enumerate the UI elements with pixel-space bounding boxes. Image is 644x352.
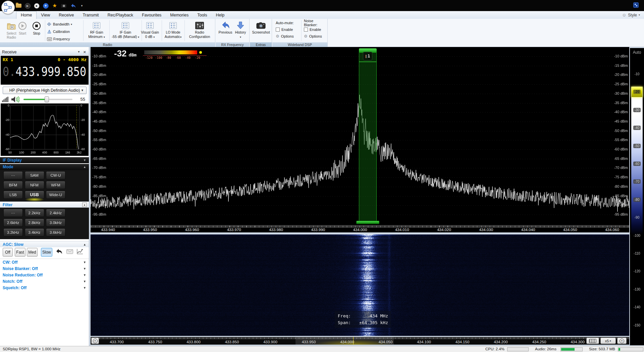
agc-button-slow[interactable]: Slow (41, 248, 52, 257)
filter-button-[interactable]: ··· (3, 209, 23, 217)
spectrum-frequency-label: 433.970 (224, 228, 244, 232)
bandwidth-button[interactable]: Bandwidth▾ (47, 21, 83, 28)
screenshot-button[interactable]: Screenshot (251, 19, 271, 35)
filter-button-2-6khz[interactable]: 2.6kHz (3, 219, 23, 227)
rx-marker-badge[interactable]: 1 (363, 52, 372, 60)
mode-button-wide-u[interactable]: Wide-U (46, 191, 65, 199)
frequency-display[interactable]: RX 1 0 - 4000 Hz 0.433.999.850 (1, 56, 89, 85)
mode-button-bfm[interactable]: BFM (3, 181, 23, 189)
frequency-entry-button[interactable] (586, 338, 599, 344)
mode-button-lsb[interactable]: LSB (3, 191, 23, 199)
tab-receive[interactable]: Receive (54, 11, 78, 19)
section-if-display[interactable]: IF Display▼ (0, 157, 89, 163)
section-noise-blanker-off[interactable]: Noise Blanker: Off▼ (0, 266, 89, 272)
filter-button-3-4khz[interactable]: 3.4kHz (25, 228, 44, 236)
filter-button-2-4khz[interactable]: 2.4kHz (46, 209, 65, 217)
audio-db-label: 0 (2, 104, 9, 107)
calibration-button[interactable]: Calibration (47, 28, 83, 35)
favourite-star-icon[interactable]: ★ (52, 3, 58, 9)
mode-button-wfm[interactable]: WFM (46, 181, 65, 189)
visual-gain-dropdown[interactable]: Visual Gain 0 dB ▾ (139, 19, 161, 39)
volume-slider[interactable] (23, 99, 72, 100)
section-filter[interactable]: Filter▲ (0, 202, 89, 208)
radio-configuration-button[interactable]: Radio Configuration (185, 19, 214, 39)
noise-blanker-enable-checkbox[interactable]: Enable (304, 26, 327, 33)
noise-blanker-options-button[interactable]: ⚙Options (304, 33, 327, 40)
tab-favourites[interactable]: Favourites (138, 11, 166, 19)
chevron-up-icon[interactable]: ▲ (82, 203, 87, 207)
tab-tools[interactable]: Tools (193, 11, 211, 19)
rx-tuning-handle[interactable] (356, 221, 379, 224)
waterfall-display[interactable]: Freq:434 MHz Span:±64.305 kHz (91, 234, 629, 336)
filter-button-2-2khz[interactable]: 2.2kHz (25, 209, 44, 217)
play-icon[interactable]: ▶ (24, 3, 31, 9)
tuned-frequency[interactable]: 0.433.999.850 (3, 64, 86, 79)
rf-gain-dropdown[interactable]: RF Gain Minimum ▾ (85, 19, 109, 39)
stop-button[interactable]: Stop (30, 19, 43, 42)
filter-button-3-6khz[interactable]: 3.6kHz (46, 228, 65, 236)
section-agc[interactable]: AGC: Slow▲ (0, 241, 89, 247)
mode-button-[interactable]: ··· (3, 171, 23, 179)
mode-button-nfm[interactable]: NFM (25, 181, 44, 189)
previous-button[interactable]: Previous (218, 19, 233, 35)
zoom-button[interactable]: x5▸ (600, 338, 616, 344)
section-mode[interactable]: Mode▲ (0, 164, 89, 170)
mode-button-sam[interactable]: SAM (25, 171, 44, 179)
scroll-right-button[interactable]: » (617, 338, 627, 344)
tab-memories[interactable]: Memories (166, 11, 193, 19)
lo-mode-dropdown[interactable]: LO Mode Automatic▾ (162, 19, 184, 39)
agc-envelope-icon[interactable] (66, 248, 74, 255)
audio-device-select[interactable]: HP (Périphérique High Definition Audio)▼ (3, 87, 87, 94)
if-gain-dropdown[interactable]: IF Gain -55 dB (Manual) ▾ (110, 19, 141, 39)
open-folder-icon[interactable] (15, 3, 21, 9)
volume-slider-handle[interactable] (45, 96, 49, 102)
frequency-button[interactable]: Frequency (47, 36, 83, 42)
screenshot-camera-icon[interactable] (61, 3, 67, 9)
auto-mute-options-button[interactable]: ⚙Options (276, 33, 301, 40)
spectrum-frequency-label: 433.940 (98, 228, 118, 232)
agc-graph-icon[interactable] (76, 248, 84, 255)
tab-home[interactable]: Home (16, 11, 37, 19)
section-notch-off[interactable]: Notch: Off▼ (0, 278, 89, 285)
panel-close-icon[interactable]: ✕ (83, 49, 86, 55)
start-button[interactable]: Start (16, 19, 29, 42)
audio-spectrum-graph[interactable]: 00-20-20-40-40-60-60501002004008001k63k2 (1, 103, 89, 156)
undo-icon[interactable] (70, 3, 76, 9)
checkbox-icon[interactable] (276, 28, 280, 32)
tab-transmit[interactable]: Transmit (78, 11, 103, 19)
filter-button-2-8khz[interactable]: 2.8kHz (25, 219, 44, 227)
filter-button-3-2khz[interactable]: 3.2kHz (3, 228, 23, 236)
agc-undo-icon[interactable] (55, 248, 63, 255)
tab-rec-playback[interactable]: Rec/Playback (103, 11, 138, 19)
history-dropdown[interactable]: History ▾ (233, 19, 248, 39)
section-squelch-off[interactable]: Squelch: Off▼ (0, 285, 89, 291)
tab-view[interactable]: View (37, 11, 54, 19)
checkbox-icon[interactable] (304, 28, 308, 32)
agc-button-med[interactable]: Med (27, 248, 38, 257)
agc-button-off[interactable]: Off (3, 248, 13, 257)
add-icon[interactable]: + (43, 3, 49, 9)
waterfall-palette-slider[interactable]: Auto -10-20-30-40-50-60-70-80-90-100-110… (630, 48, 644, 345)
agc-button-fast[interactable]: Fast (15, 248, 25, 257)
spectrum-display[interactable]: -32dBm -120-100-80-60-40-20 -10 dBm-15 d… (91, 47, 629, 232)
palette-gradient[interactable] (631, 97, 643, 235)
section-cw-off[interactable]: CW: Off▼ (0, 259, 89, 266)
scroll-left-button[interactable]: « (91, 338, 99, 344)
style-selector[interactable]: ☺ Style ▾ (622, 11, 644, 19)
stop-icon[interactable]: ■ (34, 3, 40, 9)
app-menu-button[interactable] (1, 1, 15, 14)
section-noise-reduction-off[interactable]: Noise Reduction: Off▼ (0, 272, 89, 278)
toolbar-overflow-icon[interactable]: ▾ (79, 3, 85, 9)
auto-mute-enable-checkbox[interactable]: Enable (276, 26, 301, 33)
level-colorbar[interactable] (144, 50, 197, 54)
rx-passband-region[interactable] (359, 53, 377, 221)
tab-help[interactable]: Help (211, 11, 229, 19)
palette-auto-label[interactable]: Auto (630, 50, 644, 55)
speaker-icon[interactable] (11, 96, 19, 103)
mode-button-cw-u[interactable]: CW-U (46, 171, 65, 179)
receive-panel-header[interactable]: Receive ▼ ✕ (0, 49, 89, 55)
equalizer-icon[interactable] (2, 97, 9, 102)
filter-button-3-0khz[interactable]: 3.0kHz (46, 219, 65, 227)
panel-collapse-icon[interactable]: ▼ (77, 49, 80, 55)
band-navigation-bar[interactable]: 433.700433.750433.800433.850433.900433.9… (91, 337, 629, 345)
